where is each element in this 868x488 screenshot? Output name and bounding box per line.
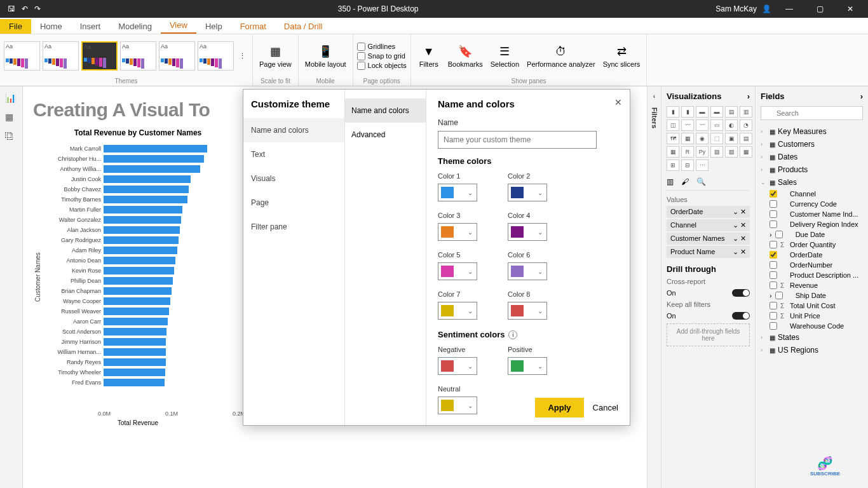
color-picker[interactable]: ⌄ [508,357,547,375]
selection-button[interactable]: ☰Selection [488,43,522,69]
tab-help[interactable]: Help [196,19,231,34]
viz-type-icon[interactable]: ▭ [710,119,723,131]
viz-type-icon[interactable]: 🗺 [667,133,679,144]
avatar-icon[interactable]: 👤 [762,4,771,13]
data-view-icon[interactable]: ▦ [5,112,18,125]
save-icon[interactable]: 🖫 [8,4,15,13]
field-table[interactable]: ›▦Customers [761,138,863,151]
viz-type-icon[interactable]: ▣ [725,133,738,144]
value-field[interactable]: Product Name⌄ ✕ [667,246,750,258]
analytics-icon[interactable]: 🔍 [696,177,706,186]
viz-type-icon[interactable]: ▩ [740,146,752,158]
tab-format[interactable]: Format [231,19,275,34]
viz-type-icon[interactable]: 〰 [696,119,709,131]
viz-type-icon[interactable]: ▬ [696,106,709,118]
viz-type-icon[interactable]: ▨ [725,146,738,158]
dlg-sub-name-colors[interactable]: Name and colors [345,98,426,123]
tab-view[interactable]: View [161,18,196,34]
theme-swatch[interactable]: Aa [81,41,118,71]
color-picker[interactable]: ⌄ [438,396,477,414]
field-item[interactable]: Channel [761,189,863,199]
apply-button[interactable]: Apply [535,398,583,417]
tab-modeling[interactable]: Modeling [109,19,161,34]
bar-chart[interactable]: Customer Names Mark CarrollChristopher H… [33,144,243,410]
drill-drop-zone[interactable]: Add drill-through fields here [667,323,750,346]
dlg-nav-visuals[interactable]: Visuals [243,166,344,191]
tab-file[interactable]: File [0,19,31,34]
cancel-button[interactable]: Cancel [593,398,618,417]
viz-type-icon[interactable]: R [681,146,694,158]
theme-swatch[interactable]: Aa [43,41,79,71]
info-icon[interactable]: i [508,330,517,339]
viz-type-icon[interactable]: ▦ [667,146,679,158]
field-item[interactable]: Delivery Region Index [761,219,863,229]
dlg-nav-name-colors[interactable]: Name and colors [243,118,344,142]
cross-report-toggle[interactable] [732,289,750,297]
viz-type-icon[interactable]: ⊞ [667,159,679,171]
dlg-nav-filterpane[interactable]: Filter pane [243,215,344,239]
viz-type-icon[interactable]: ◉ [696,133,709,144]
sync-button[interactable]: ⇄Sync slicers [600,43,643,69]
field-table[interactable]: ›▦Key Measures [761,125,863,138]
filters-button[interactable]: ▼Filters [415,43,443,69]
viz-type-icon[interactable]: ◫ [667,119,679,131]
viz-type-icon[interactable]: ▬ [710,106,723,118]
viz-expand-icon[interactable]: › [747,92,750,101]
field-table[interactable]: ›▦Products [761,163,863,176]
minimize-icon[interactable]: — [776,0,802,18]
viz-type-icon[interactable]: ▮ [667,106,679,118]
viz-type-icon[interactable]: ▮ [681,106,694,118]
field-item[interactable]: ΣOrder Quantity [761,240,863,250]
snap-check[interactable]: Snap to grid [357,52,407,60]
color-picker[interactable]: ⌄ [508,262,547,280]
color-picker[interactable]: ⌄ [438,262,477,280]
tab-home[interactable]: Home [31,19,71,34]
themes-more-icon[interactable]: ⋮ [236,52,248,60]
viz-type-icon[interactable]: ⋯ [696,159,709,171]
viz-type-icon[interactable]: ⬚ [710,133,723,144]
keep-filters-toggle[interactable] [732,312,750,320]
viz-type-icon[interactable]: ▦ [681,133,694,144]
viz-type-icon[interactable]: ▤ [725,106,738,118]
color-picker[interactable]: ⌄ [508,302,547,320]
theme-swatch[interactable]: Aa [120,41,156,71]
field-item[interactable]: ΣRevenue [761,280,863,290]
field-item[interactable]: Currency Code [761,199,863,209]
viz-type-icon[interactable]: Py [696,146,709,158]
maximize-icon[interactable]: ▢ [807,0,832,18]
field-item[interactable]: OrderNumber [761,260,863,270]
perf-button[interactable]: ⏱Performance analyzer [524,43,598,69]
close-icon[interactable]: ✕ [837,0,863,18]
value-field[interactable]: OrderDate⌄ ✕ [667,206,750,218]
page-view-button[interactable]: ▦Page view [257,43,294,69]
viz-type-icon[interactable]: ▤ [740,133,752,144]
dlg-sub-advanced[interactable]: Advanced [345,123,426,147]
tab-insert[interactable]: Insert [71,19,110,34]
field-item[interactable]: Customer Name Ind... [761,209,863,219]
field-item[interactable]: Warehouse Code [761,321,863,331]
theme-swatch[interactable]: Aa [159,41,195,71]
filters-rail[interactable]: ‹ Filters [647,86,661,488]
color-picker[interactable]: ⌄ [508,223,547,241]
viz-type-icon[interactable]: 〰 [681,119,694,131]
dlg-nav-text[interactable]: Text [243,142,344,166]
report-view-icon[interactable]: 📊 [5,93,18,105]
field-table[interactable]: ›▦Dates [761,151,863,163]
fields-well-icon[interactable]: ▥ [667,177,674,186]
theme-name-input[interactable] [438,131,597,149]
model-view-icon[interactable]: ⿻ [5,131,18,144]
color-picker[interactable]: ⌄ [438,302,477,320]
value-field[interactable]: Channel⌄ ✕ [667,219,750,231]
mobile-layout-button[interactable]: 📱Mobile layout [302,43,349,69]
theme-swatch[interactable]: Aa [198,41,234,71]
dialog-close-icon[interactable]: ✕ [614,97,622,107]
field-item[interactable]: ΣTotal Unit Cost [761,301,863,311]
value-field[interactable]: Customer Names⌄ ✕ [667,233,750,245]
field-table[interactable]: ›▦US Regions [761,344,863,356]
info-icon[interactable]: i [507,425,516,426]
field-item[interactable]: OrderDate [761,250,863,260]
color-picker[interactable]: ⌄ [438,223,477,241]
field-item[interactable]: ›Ship Date [761,290,863,301]
color-picker[interactable]: ⌄ [438,357,477,375]
lock-check[interactable]: Lock objects [357,62,407,70]
